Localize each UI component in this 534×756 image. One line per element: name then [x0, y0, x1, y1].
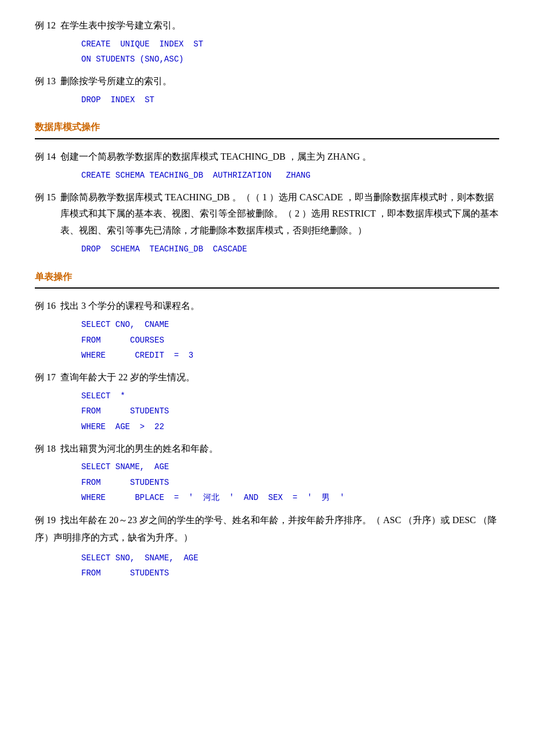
ex14-code: CREATE SCHEMA TEACHING_DB AUTHRIZATION Z… [81, 168, 499, 183]
ex13-label: 例 13 [35, 73, 56, 90]
ex16-code-line3: WHERE CREDIT = 3 [81, 348, 499, 363]
ex18-code-line2: FROM STUDENTS [81, 475, 499, 491]
db-schema-divider [35, 138, 499, 139]
ex12-code: CREATE UNIQUE INDEX ST ON STUDENTS (SNO,… [81, 37, 499, 67]
ex16-code: SELECT CNO, CNAME FROM COURSES WHERE CRE… [81, 317, 499, 363]
ex15-code-line1: DROP SCHEMA TEACHING_DB CASCADE [81, 242, 499, 257]
ex15-label: 例 15 [35, 189, 56, 239]
example-13-line: 例 13 删除按学号所建立的索引。 [35, 73, 499, 90]
ex12-code-line2: ON STUDENTS (SNO,ASC) [81, 52, 499, 67]
ex12-label: 例 12 [35, 17, 56, 34]
ex19-code-line2: FROM STUDENTS [81, 566, 499, 581]
page-content: 例 12 在学生表中按学号建立索引。 CREATE UNIQUE INDEX S… [35, 17, 499, 581]
example-19-block: 例 19找出年龄在 20～23 岁之间的学生的学号、姓名和年龄，并按年龄升序排序… [35, 512, 499, 547]
ex12-desc: 在学生表中按学号建立索引。 [60, 17, 499, 34]
ex14-label: 例 14 [35, 149, 56, 165]
example-17-line: 例 17 查询年龄大于 22 岁的学生情况。 [35, 369, 499, 386]
example-12-line: 例 12 在学生表中按学号建立索引。 [35, 17, 499, 34]
ex19-label: 例 19 [35, 515, 56, 525]
example-14-line: 例 14 创建一个简易教学数据库的数据库模式 TEACHING_DB ，属主为 … [35, 149, 499, 165]
ex17-code-line1: SELECT * [81, 388, 499, 404]
single-table-divider [35, 287, 499, 289]
ex19-code-line1: SELECT SNO, SNAME, AGE [81, 550, 499, 566]
ex12-code-line1: CREATE UNIQUE INDEX ST [81, 37, 499, 52]
ex15-code: DROP SCHEMA TEACHING_DB CASCADE [81, 242, 499, 257]
ex16-label: 例 16 [35, 298, 56, 315]
example-15-line: 例 15 删除简易教学数据库模式 TEACHING_DB 。（（ 1 ）选用 C… [35, 189, 499, 239]
ex18-code-line3: WHERE BPLACE = ' 河北 ' AND SEX = ' 男 ' [81, 490, 499, 506]
ex14-code-line1: CREATE SCHEMA TEACHING_DB AUTHRIZATION Z… [81, 168, 499, 183]
example-18-line: 例 18 找出籍贯为河北的男生的姓名和年龄。 [35, 441, 499, 458]
ex17-code-line2: FROM STUDENTS [81, 404, 499, 419]
single-table-heading: 单表操作 [35, 269, 499, 286]
ex13-code-line1: DROP INDEX ST [81, 92, 499, 108]
ex19-desc: 找出年龄在 20～23 岁之间的学生的学号、姓名和年龄，并按年龄升序排序。（ A… [35, 515, 497, 542]
ex19-code: SELECT SNO, SNAME, AGE FROM STUDENTS [81, 550, 499, 581]
ex13-code: DROP INDEX ST [81, 92, 499, 108]
section-single-table: 单表操作 例 16 找出 3 个学分的课程号和课程名。 SELECT CNO, … [35, 269, 499, 582]
ex17-code-line3: WHERE AGE > 22 [81, 419, 499, 435]
ex13-desc: 删除按学号所建立的索引。 [60, 73, 499, 90]
ex18-label: 例 18 [35, 441, 56, 458]
ex14-desc: 创建一个简易教学数据库的数据库模式 TEACHING_DB ，属主为 ZHANG… [60, 149, 499, 165]
ex18-code: SELECT SNAME, AGE FROM STUDENTS WHERE BP… [81, 459, 499, 506]
ex15-desc: 删除简易教学数据库模式 TEACHING_DB 。（（ 1 ）选用 CASCAD… [60, 189, 499, 239]
ex16-desc: 找出 3 个学分的课程号和课程名。 [60, 298, 499, 315]
ex18-code-line1: SELECT SNAME, AGE [81, 459, 499, 475]
ex17-label: 例 17 [35, 369, 56, 386]
section-index: 例 12 在学生表中按学号建立索引。 CREATE UNIQUE INDEX S… [35, 17, 499, 107]
ex17-desc: 查询年龄大于 22 岁的学生情况。 [60, 369, 499, 386]
ex16-code-line1: SELECT CNO, CNAME [81, 317, 499, 333]
ex17-code: SELECT * FROM STUDENTS WHERE AGE > 22 [81, 388, 499, 435]
ex16-code-line2: FROM COURSES [81, 333, 499, 348]
ex18-desc: 找出籍贯为河北的男生的姓名和年龄。 [60, 441, 499, 458]
example-16-line: 例 16 找出 3 个学分的课程号和课程名。 [35, 298, 499, 315]
section-db-schema: 数据库模式操作 例 14 创建一个简易教学数据库的数据库模式 TEACHING_… [35, 119, 499, 257]
db-schema-heading: 数据库模式操作 [35, 119, 499, 136]
